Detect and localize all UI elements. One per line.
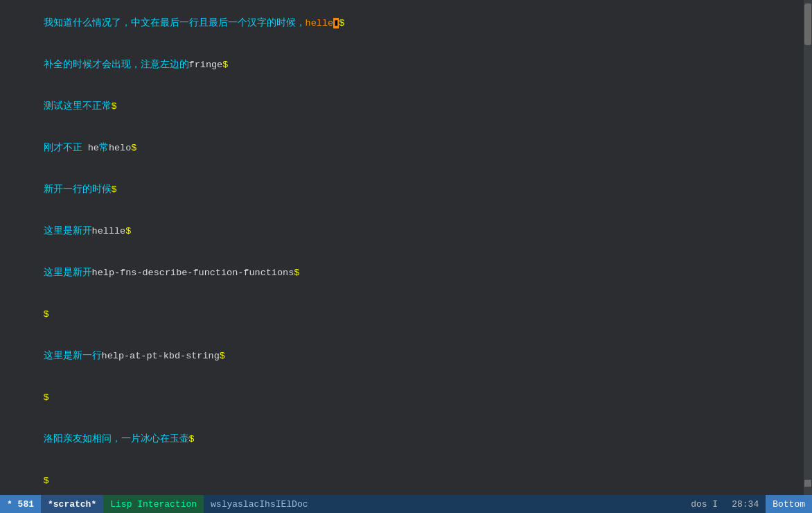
line-6: 这里是新开hellle$ bbox=[10, 211, 794, 252]
editor-area[interactable]: 我知道什么情况了，中文在最后一行且最后一个汉字的时候，helle▮$ 补全的时候… bbox=[0, 0, 812, 495]
line-2: 补全的时候才会出现，注意左边的fringe$ bbox=[10, 44, 794, 86]
minor-modes-text: wslyaslacIhsIElDoc bbox=[211, 499, 308, 510]
scratch-label: *scratch* bbox=[48, 499, 96, 510]
line-7: 这里是新开help-fns-describe-function-function… bbox=[10, 252, 794, 294]
status-position: Bottom bbox=[766, 495, 812, 513]
scrollbar-bottom-stub bbox=[804, 480, 811, 487]
content-area[interactable]: 我知道什么情况了，中文在最后一行且最后一个汉字的时候，helle▮$ 补全的时候… bbox=[6, 0, 798, 495]
status-bar: * 581 *scratch* Lisp Interaction wslyasl… bbox=[0, 495, 812, 513]
fringe-right bbox=[798, 0, 804, 495]
line-9: 这里是新一行help-at-pt-kbd-string$ bbox=[10, 336, 794, 377]
status-minor-modes: wslyaslacIhsIElDoc bbox=[204, 495, 315, 513]
scrollbar-thumb[interactable] bbox=[804, 3, 811, 45]
line-1: 我知道什么情况了，中文在最后一行且最后一个汉字的时候，helle▮$ bbox=[10, 3, 794, 44]
line-5: 新开一行的时候$ bbox=[10, 169, 794, 211]
line-11: 洛阳亲友如相问，一片冰心在玉壶$ bbox=[10, 419, 794, 460]
line-12: $ bbox=[10, 460, 794, 495]
position-text: Bottom bbox=[773, 499, 805, 510]
status-indicator-text: * 581 bbox=[7, 499, 34, 510]
status-indicator: * 581 bbox=[0, 495, 41, 513]
line-3: 测试这里不正常$ bbox=[10, 86, 794, 128]
status-dos: dos I bbox=[684, 495, 725, 513]
status-lisp-interaction[interactable]: Lisp Interaction bbox=[103, 495, 204, 513]
dos-text: dos I bbox=[691, 499, 718, 510]
scrollbar-right[interactable] bbox=[804, 0, 812, 495]
status-time: 28:34 bbox=[725, 495, 766, 513]
status-scratch[interactable]: *scratch* bbox=[41, 495, 103, 513]
line-8: $ bbox=[10, 294, 794, 336]
fringe-left bbox=[0, 0, 6, 495]
time-text: 28:34 bbox=[732, 499, 759, 510]
line-4: 刚才不正 he常helo$ bbox=[10, 128, 794, 169]
line-10: $ bbox=[10, 377, 794, 419]
lisp-interaction-label: Lisp Interaction bbox=[110, 499, 197, 510]
